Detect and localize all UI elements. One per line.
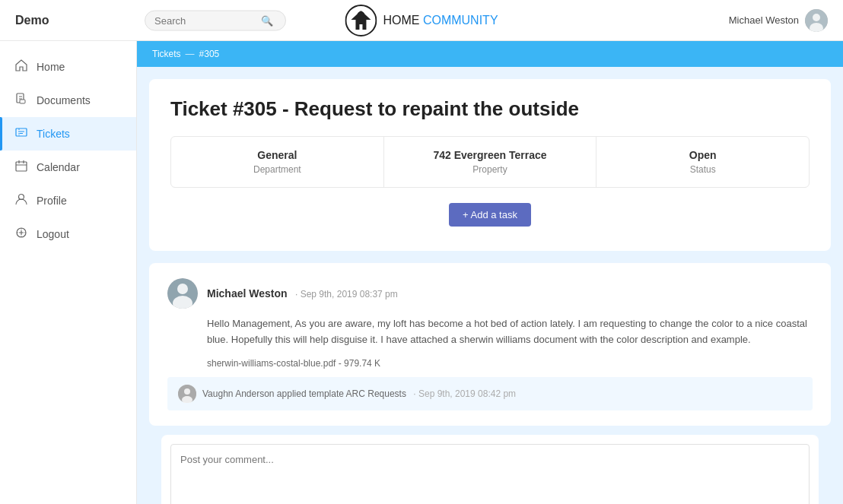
brand-icon-svg xyxy=(345,5,377,36)
add-task-button[interactable]: + Add a task xyxy=(449,203,531,227)
svg-point-17 xyxy=(177,284,188,294)
ticket-department: General Department xyxy=(171,137,384,187)
attachment-name: sherwin-williams-costal-blue.pdf xyxy=(207,358,336,369)
svg-point-20 xyxy=(184,388,190,395)
comment-card: Michael Weston · Sep 9th, 2019 08:37 pm … xyxy=(149,263,831,426)
ticket-status: Open Status xyxy=(596,137,809,187)
ticket-department-label: Department xyxy=(183,164,371,175)
sidebar-item-profile-label: Profile xyxy=(37,195,67,207)
search-wrap[interactable]: 🔍 xyxy=(145,10,286,30)
brand-community: COMMUNITY xyxy=(423,14,498,27)
breadcrumb: Tickets — #305 xyxy=(137,41,843,67)
attachment-size: - 979.74 K xyxy=(339,358,380,369)
comment-body: Hello Management, As you are aware, my l… xyxy=(207,316,813,371)
breadcrumb-separator: — xyxy=(186,49,195,59)
ticket-card: Ticket #305 - Request to repaint the out… xyxy=(149,79,831,251)
ticket-property: 742 Evergreen Terrace Property xyxy=(384,137,597,187)
ticket-department-value: General xyxy=(183,149,371,161)
attachment-link[interactable]: sherwin-williams-costal-blue.pdf xyxy=(207,358,339,369)
breadcrumb-tickets[interactable]: Tickets xyxy=(152,49,181,59)
system-note-message: Vaughn Anderson applied template ARC Req… xyxy=(202,388,406,399)
app-logo: Demo xyxy=(15,14,152,27)
comment-attachment: sherwin-williams-costal-blue.pdf - 979.7… xyxy=(207,356,813,372)
system-note-text: Vaughn Anderson applied template ARC Req… xyxy=(202,388,516,399)
comment-header: Michael Weston · Sep 9th, 2019 08:37 pm xyxy=(167,278,813,309)
comment-timestamp: · Sep 9th, 2019 08:37 pm xyxy=(295,289,398,300)
comment-author: Michael Weston · Sep 9th, 2019 08:37 pm xyxy=(207,287,398,300)
logout-icon xyxy=(15,227,27,242)
sidebar-item-home[interactable]: Home xyxy=(0,50,136,84)
sidebar-item-profile[interactable]: Profile xyxy=(0,184,136,217)
top-nav: Demo 🔍 HOME COMMUNITY Michael Weston xyxy=(0,0,843,41)
commenter-avatar xyxy=(167,278,198,309)
avatar-img xyxy=(805,9,828,32)
comment-input-card: Attach Files + Add CC Post Comment xyxy=(161,435,819,504)
svg-rect-9 xyxy=(16,128,27,136)
sidebar-item-home-label: Home xyxy=(37,61,65,73)
sidebar-item-documents-label: Documents xyxy=(37,94,91,106)
home-icon xyxy=(15,59,27,74)
ticket-meta: General Department 742 Evergreen Terrace… xyxy=(170,136,810,188)
sidebar-item-logout[interactable]: Logout xyxy=(0,217,136,251)
user-avatar xyxy=(805,9,828,32)
breadcrumb-current: #305 xyxy=(199,49,220,59)
calendar-icon xyxy=(15,160,27,175)
brand-logo: HOME COMMUNITY xyxy=(345,5,498,36)
brand-home: HOME xyxy=(383,14,419,27)
comment-meta: Michael Weston · Sep 9th, 2019 08:37 pm xyxy=(207,287,398,300)
tickets-icon xyxy=(15,126,27,141)
system-note: Vaughn Anderson applied template ARC Req… xyxy=(167,377,813,410)
sidebar-item-documents[interactable]: Documents xyxy=(0,84,136,117)
svg-point-3 xyxy=(813,14,820,21)
content-area: Tickets — #305 Ticket #305 - Request to … xyxy=(137,41,843,504)
ticket-property-label: Property xyxy=(396,164,584,175)
search-input[interactable] xyxy=(154,14,261,26)
sidebar: Home Documents Tickets Calendar Profile xyxy=(0,41,137,504)
sidebar-item-tickets-label: Tickets xyxy=(37,128,70,140)
search-container: 🔍 xyxy=(145,10,286,30)
system-note-time: · Sep 9th, 2019 08:42 pm xyxy=(413,388,516,399)
comment-section: Michael Weston · Sep 9th, 2019 08:37 pm … xyxy=(149,263,831,504)
commenter-avatar-img xyxy=(167,278,198,309)
documents-icon xyxy=(15,93,27,108)
comment-textarea[interactable] xyxy=(170,444,810,504)
ticket-status-label: Status xyxy=(609,164,797,175)
user-info: Michael Weston xyxy=(729,9,828,32)
search-icon: 🔍 xyxy=(261,14,273,26)
profile-icon xyxy=(15,193,27,208)
sidebar-item-calendar-label: Calendar xyxy=(37,161,80,173)
main-layout: Home Documents Tickets Calendar Profile xyxy=(0,41,843,504)
sidebar-item-logout-label: Logout xyxy=(37,228,69,240)
system-note-avatar xyxy=(178,385,196,403)
svg-rect-10 xyxy=(16,162,27,171)
user-name: Michael Weston xyxy=(729,14,799,26)
system-note-avatar-img xyxy=(178,385,196,403)
ticket-status-value: Open xyxy=(609,149,797,161)
brand-text: HOME COMMUNITY xyxy=(383,14,498,27)
sidebar-item-tickets[interactable]: Tickets xyxy=(0,117,136,151)
ticket-property-value: 742 Evergreen Terrace xyxy=(396,149,584,161)
comment-text: Hello Management, As you are aware, my l… xyxy=(207,316,813,348)
ticket-title: Ticket #305 - Request to repaint the out… xyxy=(170,97,810,121)
comment-author-name: Michael Weston xyxy=(207,287,288,300)
svg-rect-8 xyxy=(20,100,25,103)
sidebar-item-calendar[interactable]: Calendar xyxy=(0,151,136,184)
